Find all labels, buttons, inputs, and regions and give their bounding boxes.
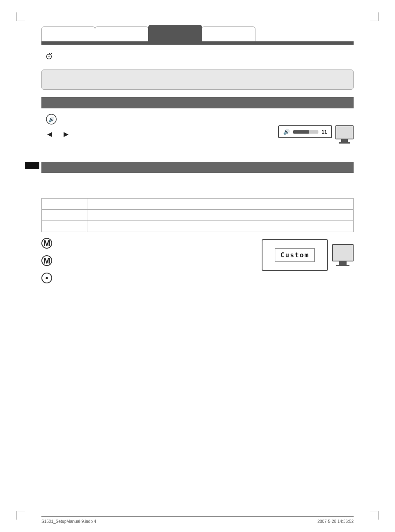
section-header-1 [41,97,354,108]
arrow-right-icon[interactable]: ► [62,129,70,139]
note-text [49,77,51,82]
tab-2[interactable] [95,26,149,41]
table-cell-3-2 [87,221,354,232]
power-icon: ⊙̈ [46,51,53,61]
section-header-1-text [46,100,48,106]
table-cell-1-2 [87,199,354,210]
corner-mark-tl [17,21,25,21]
svg-text:🔊: 🔊 [48,116,55,122]
tab-1[interactable] [41,26,95,41]
tab-4[interactable] [202,26,255,41]
side-marker [25,162,39,169]
custom-display-text: Custom [275,248,315,262]
select-icon-step3: • [41,273,52,283]
section2-wrapper [41,162,354,173]
corner-mark-br [370,511,378,511]
volume-speaker-icon: 🔊 [283,129,290,135]
step3-text [56,273,354,280]
menu-icon-step2: M [41,255,52,266]
table-cell-2-1 [42,210,87,221]
section-header-2 [41,162,354,173]
section-power: ⊙̈ [41,51,354,61]
volume-section: 🔊 ◄ ► 🔊 11 [41,113,354,154]
table-cell-3-1 [42,221,87,232]
custom-osd-container: Custom [262,239,354,271]
volume-icon: 🔊 [46,113,354,126]
volume-value: 11 [322,129,327,135]
page-footer: S1501_SetupManual-9.indb 4 2007-5-28 14:… [41,516,354,524]
table-row [42,210,354,221]
section2-description [41,178,354,192]
corner-mark-tr-v [378,12,378,21]
tab-3[interactable] [148,25,202,41]
main-content: ⊙̈ 🔊 ◄ ► 🔊 [41,25,354,304]
table-cell-2-2 [87,210,354,221]
footer-file-info: S1501_SetupManual-9.indb 4 [41,519,96,524]
volume-symbol: 🔊 [46,113,57,125]
table-row [42,221,354,232]
footer-timestamp: 2007-5-28 14:36:52 [318,519,354,524]
note-box [41,69,354,90]
arrow-left-icon[interactable]: ◄ [46,129,54,139]
corner-mark-bl [17,511,25,511]
volume-diagram-wrapper: ◄ ► 🔊 11 [46,129,354,154]
table-row [42,199,354,210]
tab-underline [41,41,354,45]
tab-bar [41,25,354,41]
corner-mark-tr [370,21,378,21]
corner-mark-br-v [378,511,378,520]
menu-icon-step1: M [41,238,52,249]
step-3: • [41,273,354,283]
corner-mark-bl-v [17,511,17,520]
section-header-2-text [46,164,48,170]
info-table [41,198,354,232]
corner-mark-tl-v [17,12,17,21]
steps-section: M M • Custom [41,238,354,304]
table-cell-1-1 [42,199,87,210]
